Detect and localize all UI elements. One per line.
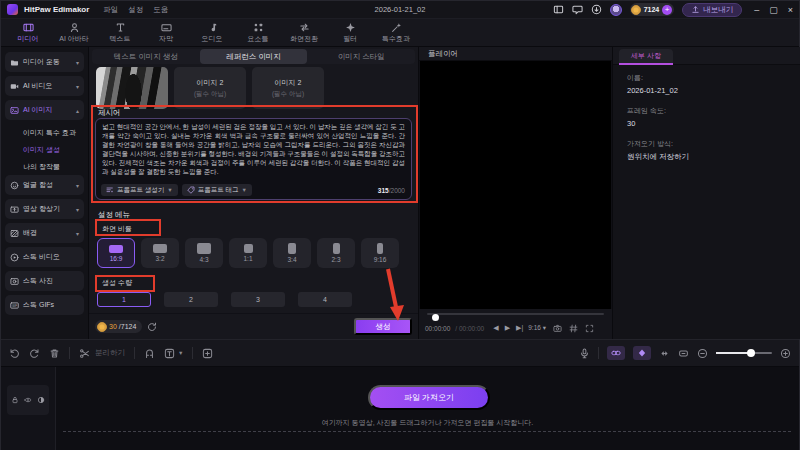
ribbon-tab[interactable]: 필터 — [327, 22, 373, 44]
minimize-button[interactable]: – — [754, 5, 759, 15]
prompt-generator-button[interactable]: 프롬프트 생성기 ▼ — [101, 184, 178, 196]
detail-field: 이름:2026-01-21_02 — [627, 73, 793, 95]
refresh-icon[interactable] — [147, 322, 157, 332]
maximize-button[interactable]: ▢ — [769, 5, 778, 15]
reference-image-slot[interactable]: 이미지 2(필수 아님) — [252, 67, 324, 109]
char-counter: 315/2000 — [378, 187, 405, 194]
generator-tab[interactable]: 텍스트 이미지 생성 — [92, 49, 200, 64]
zoom-out-icon[interactable] — [697, 348, 708, 359]
sidebar-sub-item[interactable]: 이미지 생성 — [5, 141, 84, 158]
export-button[interactable]: 내보내기 — [682, 3, 742, 17]
reference-image-slot[interactable]: 이미지 2(필수 아님) — [174, 67, 246, 109]
fullscreen-icon[interactable] — [585, 324, 594, 333]
play-icon[interactable]: ▶ — [505, 324, 510, 332]
ribbon-tab[interactable]: 오디오 — [189, 22, 235, 44]
menu-item-0[interactable]: 파일 — [103, 5, 118, 15]
ribbon-tab[interactable]: 텍스트 — [97, 22, 143, 44]
prompt-tag-button[interactable]: 프롬프트 태그 ▼ — [182, 184, 252, 196]
player-ratio-select[interactable]: 9:16 ▾ — [528, 324, 546, 332]
download-icon[interactable] — [591, 4, 602, 15]
lock-icon[interactable] — [11, 396, 19, 404]
quantity-option[interactable]: 3 — [231, 292, 285, 307]
zoom-slider-handle[interactable] — [747, 349, 755, 357]
aspect-option[interactable]: 3:2 — [141, 238, 179, 268]
redo-icon[interactable] — [29, 348, 40, 359]
reference-image-thumbnail[interactable] — [96, 67, 168, 109]
sidebar-item[interactable]: 스톡 사진 — [5, 271, 84, 291]
sidebar-item[interactable]: 스톡 비디오 — [5, 247, 84, 267]
quantity-option[interactable]: 1 — [97, 292, 151, 307]
ribbon-tab[interactable]: 자막 — [143, 22, 189, 44]
ribbon-tab-label: 필터 — [343, 34, 357, 44]
microphone-icon[interactable] — [579, 348, 590, 359]
aspect-option[interactable]: 16:9 — [97, 238, 135, 268]
generator-tab[interactable]: 레퍼런스 이미지 — [200, 49, 308, 64]
fit-timeline-icon[interactable] — [659, 348, 670, 359]
aspect-option[interactable]: 4:3 — [185, 238, 223, 268]
ribbon-tab-label: 특수효과 — [382, 34, 410, 44]
generator-tab[interactable]: 이미지 스타일 — [307, 49, 415, 64]
magnet-icon[interactable] — [144, 348, 155, 359]
menu-item-2[interactable]: 도움 — [153, 5, 168, 15]
gif-icon: GIF — [10, 301, 19, 310]
quantity-option[interactable]: 4 — [298, 292, 352, 307]
ribbon-tab[interactable]: 특수효과 — [373, 22, 419, 44]
link-toggle[interactable] — [607, 346, 625, 360]
grid-icon[interactable] — [569, 324, 578, 333]
split-icon[interactable] — [79, 348, 90, 359]
user-avatar[interactable] — [610, 4, 622, 16]
zoom-in-icon[interactable] — [780, 348, 791, 359]
ribbon-tab[interactable]: AI 아바타 — [51, 22, 97, 44]
sidebar-item[interactable]: 배경▾ — [5, 223, 84, 243]
add-marker-icon[interactable] — [202, 348, 213, 359]
prompt-textarea[interactable]: 넓고 현대적인 공간 안에서, 한 남성이 세련된 검은 정장을 입고 서 있다… — [95, 118, 412, 200]
tab-details[interactable]: 세부 사항 — [619, 49, 673, 65]
sidebar-item[interactable]: AI 이미지▴ — [5, 100, 84, 120]
eye-icon[interactable] — [24, 396, 32, 404]
quantity-label: 생성 수량 — [102, 278, 132, 288]
delete-icon[interactable] — [49, 348, 60, 359]
close-button[interactable]: × — [788, 5, 793, 15]
generate-button[interactable]: 생성 — [354, 318, 412, 335]
track-height-icon[interactable] — [678, 348, 689, 359]
ribbon-tab[interactable]: 미디어 — [5, 22, 51, 44]
undo-icon[interactable] — [9, 348, 20, 359]
snapshot-icon[interactable] — [553, 324, 562, 333]
person-icon — [69, 22, 80, 33]
aspect-option[interactable]: 2:3 — [317, 238, 355, 268]
ribbon-tab[interactable]: 화면전환 — [281, 22, 327, 44]
timeline-zoom-slider[interactable] — [716, 352, 772, 354]
details-fields: 이름:2026-01-21_02프레임 속도:30가져오기 방식:원위치에 저장… — [627, 73, 793, 173]
layout-panel-icon[interactable] — [553, 4, 564, 15]
sidebar-item[interactable]: 미디어 운동▾ — [5, 52, 84, 72]
detail-value: 원위치에 저장하기 — [627, 152, 793, 162]
import-file-button[interactable]: 파일 가져오기 — [368, 385, 490, 410]
aspect-shape — [109, 245, 123, 253]
feedback-chat-icon[interactable] — [572, 4, 583, 15]
sidebar-item[interactable]: 영상 향상기▾ — [5, 199, 84, 219]
aspect-option[interactable]: 3:4 — [273, 238, 311, 268]
seek-bar[interactable] — [427, 313, 604, 315]
ribbon-tab[interactable]: 요소들 — [235, 22, 281, 44]
sidebar-item[interactable]: GIF스톡 GIFs — [5, 295, 84, 315]
drop-zone-dash — [63, 431, 791, 432]
sidebar-item[interactable]: AI 비디오▾ — [5, 76, 84, 96]
sidebar-sub-item[interactable]: 나의 창작물 — [5, 158, 84, 175]
quantity-option[interactable]: 2 — [164, 292, 218, 307]
keyframe-toggle[interactable] — [633, 346, 651, 360]
mute-icon[interactable] — [37, 396, 45, 404]
sidebar-sub-item[interactable]: 이미지 특수 효과 — [5, 124, 84, 141]
credits-pill[interactable]: 7124 + — [630, 3, 675, 16]
sidebar-item[interactable]: 얼굴 합성▾ — [5, 175, 84, 195]
timeline-area[interactable]: 파일 가져오기 여기까지 동영상, 사진을 드래그하거나 가져오면 편집을 시작… — [1, 367, 799, 450]
aspect-option[interactable]: 9:16 — [361, 238, 399, 268]
elements-icon — [253, 22, 264, 33]
next-frame-icon[interactable]: ▶| — [516, 324, 523, 332]
previous-frame-icon[interactable]: ◀ — [493, 324, 498, 332]
export-label: 내보내기 — [703, 5, 733, 15]
add-credits-icon[interactable]: + — [662, 5, 672, 15]
text-tool-icon[interactable] — [164, 348, 175, 359]
menu-item-1[interactable]: 설정 — [128, 5, 143, 15]
aspect-option[interactable]: 1:1 — [229, 238, 267, 268]
menubar: 파일설정도움 — [103, 5, 168, 15]
